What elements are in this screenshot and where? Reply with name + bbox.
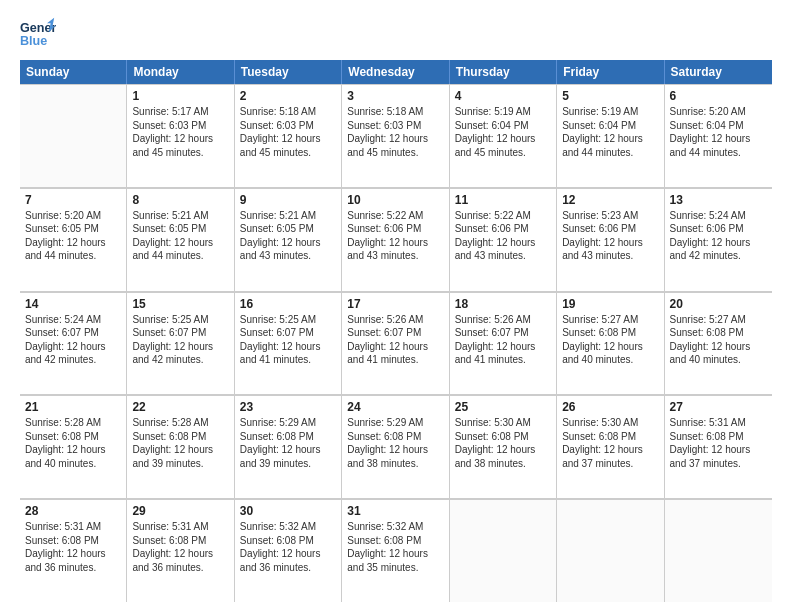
day-info: Sunrise: 5:32 AM Sunset: 6:08 PM Dayligh… <box>347 520 443 574</box>
day-info: Sunrise: 5:17 AM Sunset: 6:03 PM Dayligh… <box>132 105 228 159</box>
header-day-friday: Friday <box>557 60 664 84</box>
cal-cell <box>20 84 127 187</box>
header-day-saturday: Saturday <box>665 60 772 84</box>
day-number: 19 <box>562 297 658 311</box>
svg-text:Blue: Blue <box>20 34 47 48</box>
day-info: Sunrise: 5:27 AM Sunset: 6:08 PM Dayligh… <box>670 313 767 367</box>
day-number: 27 <box>670 400 767 414</box>
cal-cell: 20Sunrise: 5:27 AM Sunset: 6:08 PM Dayli… <box>665 292 772 395</box>
day-number: 1 <box>132 89 228 103</box>
week-row-3: 14Sunrise: 5:24 AM Sunset: 6:07 PM Dayli… <box>20 292 772 396</box>
week-row-5: 28Sunrise: 5:31 AM Sunset: 6:08 PM Dayli… <box>20 499 772 602</box>
cal-cell: 30Sunrise: 5:32 AM Sunset: 6:08 PM Dayli… <box>235 499 342 602</box>
calendar-body: 1Sunrise: 5:17 AM Sunset: 6:03 PM Daylig… <box>20 84 772 602</box>
day-info: Sunrise: 5:24 AM Sunset: 6:06 PM Dayligh… <box>670 209 767 263</box>
cal-cell: 4Sunrise: 5:19 AM Sunset: 6:04 PM Daylig… <box>450 84 557 187</box>
cal-cell: 9Sunrise: 5:21 AM Sunset: 6:05 PM Daylig… <box>235 188 342 291</box>
cal-cell <box>450 499 557 602</box>
day-number: 16 <box>240 297 336 311</box>
day-info: Sunrise: 5:19 AM Sunset: 6:04 PM Dayligh… <box>562 105 658 159</box>
day-number: 20 <box>670 297 767 311</box>
cal-cell <box>557 499 664 602</box>
day-number: 14 <box>25 297 121 311</box>
header-day-sunday: Sunday <box>20 60 127 84</box>
day-info: Sunrise: 5:31 AM Sunset: 6:08 PM Dayligh… <box>670 416 767 470</box>
day-info: Sunrise: 5:18 AM Sunset: 6:03 PM Dayligh… <box>347 105 443 159</box>
day-info: Sunrise: 5:28 AM Sunset: 6:08 PM Dayligh… <box>132 416 228 470</box>
day-number: 5 <box>562 89 658 103</box>
day-info: Sunrise: 5:23 AM Sunset: 6:06 PM Dayligh… <box>562 209 658 263</box>
day-info: Sunrise: 5:30 AM Sunset: 6:08 PM Dayligh… <box>455 416 551 470</box>
cal-cell: 29Sunrise: 5:31 AM Sunset: 6:08 PM Dayli… <box>127 499 234 602</box>
cal-cell: 5Sunrise: 5:19 AM Sunset: 6:04 PM Daylig… <box>557 84 664 187</box>
cal-cell: 31Sunrise: 5:32 AM Sunset: 6:08 PM Dayli… <box>342 499 449 602</box>
day-info: Sunrise: 5:24 AM Sunset: 6:07 PM Dayligh… <box>25 313 121 367</box>
day-info: Sunrise: 5:29 AM Sunset: 6:08 PM Dayligh… <box>347 416 443 470</box>
week-row-1: 1Sunrise: 5:17 AM Sunset: 6:03 PM Daylig… <box>20 84 772 188</box>
cal-cell: 14Sunrise: 5:24 AM Sunset: 6:07 PM Dayli… <box>20 292 127 395</box>
day-info: Sunrise: 5:31 AM Sunset: 6:08 PM Dayligh… <box>132 520 228 574</box>
day-info: Sunrise: 5:18 AM Sunset: 6:03 PM Dayligh… <box>240 105 336 159</box>
day-number: 13 <box>670 193 767 207</box>
cal-cell: 6Sunrise: 5:20 AM Sunset: 6:04 PM Daylig… <box>665 84 772 187</box>
day-info: Sunrise: 5:26 AM Sunset: 6:07 PM Dayligh… <box>455 313 551 367</box>
day-info: Sunrise: 5:21 AM Sunset: 6:05 PM Dayligh… <box>132 209 228 263</box>
day-number: 8 <box>132 193 228 207</box>
day-info: Sunrise: 5:28 AM Sunset: 6:08 PM Dayligh… <box>25 416 121 470</box>
day-number: 10 <box>347 193 443 207</box>
day-number: 22 <box>132 400 228 414</box>
cal-cell: 24Sunrise: 5:29 AM Sunset: 6:08 PM Dayli… <box>342 395 449 498</box>
day-number: 17 <box>347 297 443 311</box>
header-day-wednesday: Wednesday <box>342 60 449 84</box>
cal-cell: 17Sunrise: 5:26 AM Sunset: 6:07 PM Dayli… <box>342 292 449 395</box>
header-day-monday: Monday <box>127 60 234 84</box>
cal-cell: 26Sunrise: 5:30 AM Sunset: 6:08 PM Dayli… <box>557 395 664 498</box>
day-number: 12 <box>562 193 658 207</box>
day-info: Sunrise: 5:20 AM Sunset: 6:04 PM Dayligh… <box>670 105 767 159</box>
cal-cell: 8Sunrise: 5:21 AM Sunset: 6:05 PM Daylig… <box>127 188 234 291</box>
day-info: Sunrise: 5:29 AM Sunset: 6:08 PM Dayligh… <box>240 416 336 470</box>
cal-cell: 10Sunrise: 5:22 AM Sunset: 6:06 PM Dayli… <box>342 188 449 291</box>
header: General Blue <box>20 16 772 52</box>
day-info: Sunrise: 5:26 AM Sunset: 6:07 PM Dayligh… <box>347 313 443 367</box>
cal-cell: 3Sunrise: 5:18 AM Sunset: 6:03 PM Daylig… <box>342 84 449 187</box>
cal-cell: 19Sunrise: 5:27 AM Sunset: 6:08 PM Dayli… <box>557 292 664 395</box>
cal-cell: 18Sunrise: 5:26 AM Sunset: 6:07 PM Dayli… <box>450 292 557 395</box>
logo-icon: General Blue <box>20 16 56 52</box>
cal-cell: 23Sunrise: 5:29 AM Sunset: 6:08 PM Dayli… <box>235 395 342 498</box>
day-number: 23 <box>240 400 336 414</box>
day-info: Sunrise: 5:30 AM Sunset: 6:08 PM Dayligh… <box>562 416 658 470</box>
cal-cell: 1Sunrise: 5:17 AM Sunset: 6:03 PM Daylig… <box>127 84 234 187</box>
day-number: 24 <box>347 400 443 414</box>
cal-cell <box>665 499 772 602</box>
cal-cell: 12Sunrise: 5:23 AM Sunset: 6:06 PM Dayli… <box>557 188 664 291</box>
day-number: 9 <box>240 193 336 207</box>
day-number: 6 <box>670 89 767 103</box>
calendar: SundayMondayTuesdayWednesdayThursdayFrid… <box>20 60 772 602</box>
day-info: Sunrise: 5:22 AM Sunset: 6:06 PM Dayligh… <box>455 209 551 263</box>
calendar-header: SundayMondayTuesdayWednesdayThursdayFrid… <box>20 60 772 84</box>
day-number: 26 <box>562 400 658 414</box>
day-number: 15 <box>132 297 228 311</box>
day-number: 31 <box>347 504 443 518</box>
cal-cell: 13Sunrise: 5:24 AM Sunset: 6:06 PM Dayli… <box>665 188 772 291</box>
day-number: 11 <box>455 193 551 207</box>
cal-cell: 22Sunrise: 5:28 AM Sunset: 6:08 PM Dayli… <box>127 395 234 498</box>
day-number: 18 <box>455 297 551 311</box>
day-number: 21 <box>25 400 121 414</box>
page: General Blue SundayMondayTuesdayWednesda… <box>0 0 792 612</box>
day-number: 30 <box>240 504 336 518</box>
day-info: Sunrise: 5:27 AM Sunset: 6:08 PM Dayligh… <box>562 313 658 367</box>
week-row-4: 21Sunrise: 5:28 AM Sunset: 6:08 PM Dayli… <box>20 395 772 499</box>
day-info: Sunrise: 5:32 AM Sunset: 6:08 PM Dayligh… <box>240 520 336 574</box>
day-info: Sunrise: 5:25 AM Sunset: 6:07 PM Dayligh… <box>240 313 336 367</box>
cal-cell: 28Sunrise: 5:31 AM Sunset: 6:08 PM Dayli… <box>20 499 127 602</box>
day-number: 28 <box>25 504 121 518</box>
day-number: 3 <box>347 89 443 103</box>
cal-cell: 16Sunrise: 5:25 AM Sunset: 6:07 PM Dayli… <box>235 292 342 395</box>
header-day-tuesday: Tuesday <box>235 60 342 84</box>
day-number: 25 <box>455 400 551 414</box>
cal-cell: 27Sunrise: 5:31 AM Sunset: 6:08 PM Dayli… <box>665 395 772 498</box>
cal-cell: 15Sunrise: 5:25 AM Sunset: 6:07 PM Dayli… <box>127 292 234 395</box>
day-info: Sunrise: 5:19 AM Sunset: 6:04 PM Dayligh… <box>455 105 551 159</box>
